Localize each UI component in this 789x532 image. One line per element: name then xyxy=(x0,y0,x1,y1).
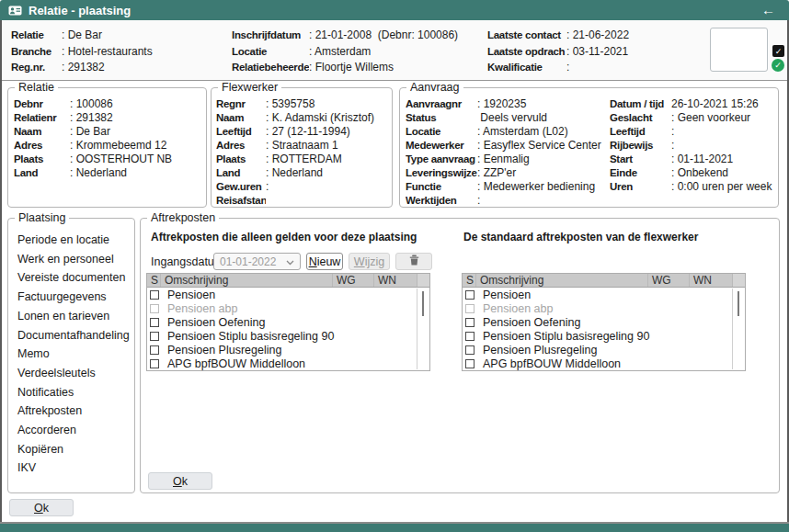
row-checkbox[interactable] xyxy=(465,290,475,300)
row-checkbox[interactable] xyxy=(150,318,159,327)
field-value: : Nederland xyxy=(266,166,323,180)
delete-button[interactable] xyxy=(395,253,432,270)
vertical-scrollbar[interactable] xyxy=(732,289,744,369)
field-label: Regnr xyxy=(216,97,266,111)
aftrekposten-ok-button[interactable]: Ok xyxy=(148,472,212,490)
relatie-plaatsing-window: Relatie - plaatsing ← Relatie: De Bar Br… xyxy=(0,0,789,532)
row-label: Pensioen Stiplu basisregeling 90 xyxy=(159,330,334,343)
field-label: Plaats xyxy=(216,153,266,166)
ok-button-label: Ok xyxy=(173,475,188,488)
field-value: : Onbekend xyxy=(671,166,728,180)
status-ok-icon[interactable]: ✓ xyxy=(772,59,784,72)
field-label: Debnr xyxy=(14,97,70,111)
menu-item-periode-en-locatie[interactable]: Periode en locatie xyxy=(17,231,134,250)
row-checkbox[interactable] xyxy=(150,304,159,313)
row-checkbox[interactable] xyxy=(465,332,475,341)
field-value: : Floortje Willems xyxy=(309,60,394,76)
row-checkbox[interactable] xyxy=(465,359,475,368)
table-row[interactable]: Pensioen abp xyxy=(463,301,745,315)
table-row[interactable]: Pensioen Plusregeling xyxy=(463,343,745,357)
menu-item-ikv[interactable]: IKV xyxy=(17,458,134,478)
table-row[interactable]: Pensioen Stiplu basisregeling 90 xyxy=(147,329,429,343)
field-value: : Amsterdam xyxy=(309,44,371,61)
row-checkbox[interactable] xyxy=(150,332,159,341)
field-label: Rijbewijs xyxy=(610,139,671,153)
menu-item-lonen-en-tarieven[interactable]: Lonen en tarieven xyxy=(17,307,134,326)
nieuw-button[interactable]: Nieuw xyxy=(306,253,343,270)
menu-item-vereiste-documenten[interactable]: Vereiste documenten xyxy=(17,268,134,288)
row-checkbox[interactable] xyxy=(465,304,475,313)
scrollbar-thumb[interactable] xyxy=(738,291,739,316)
window-ok-button[interactable]: Ok xyxy=(9,499,74,516)
table-row[interactable]: Pensioen Stiplu basisregeling 90 xyxy=(463,329,745,343)
field-label: Land xyxy=(216,166,266,180)
menu-item-verdeelsleutels[interactable]: Verdeelsleutels xyxy=(17,364,134,383)
menu-item-memo[interactable]: Memo xyxy=(17,345,134,364)
field-value: : 100086 xyxy=(70,97,113,111)
aanvraag-panel: Aanvraag Aanvraagnr: 1920235 Status Deel… xyxy=(399,87,779,208)
table-row[interactable]: Pensioen xyxy=(147,288,429,301)
contact-card-icon xyxy=(8,6,22,16)
wijzig-button-label: Wijzig xyxy=(354,255,384,268)
field-value: : Amsterdam (L02) xyxy=(477,125,568,139)
field-label: Inschrijfdatum xyxy=(232,28,309,44)
field-value: : xyxy=(671,125,674,139)
table-row[interactable]: APG bpfBOUW Middelloon xyxy=(463,357,745,370)
plaatsing-menu: Periode en locatie Werk en personeel Ver… xyxy=(8,219,134,478)
field-label: Leeftijd xyxy=(216,125,266,139)
field-label: Relatie xyxy=(11,28,62,44)
menu-item-kopieren[interactable]: Kopiëren xyxy=(17,440,134,459)
field-label: Locatie xyxy=(232,44,309,61)
field-value: : 21-06-2022 xyxy=(566,28,629,44)
menu-item-notificaties[interactable]: Notificaties xyxy=(17,383,134,402)
menu-item-factuurgegevens[interactable]: Factuurgegevens xyxy=(17,288,134,307)
field-label: Gew.uren xyxy=(216,180,266,194)
window-title: Relatie - plaatsing xyxy=(29,4,131,17)
back-arrow-icon[interactable]: ← xyxy=(761,2,775,17)
row-checkbox[interactable] xyxy=(465,345,475,355)
vertical-scrollbar[interactable] xyxy=(417,289,429,369)
bottom-accent-bar xyxy=(0,524,789,532)
field-label: Land xyxy=(14,166,70,180)
ingangsdatum-select[interactable]: 01-01-2022 xyxy=(213,253,301,270)
wijzig-button[interactable]: Wijzig xyxy=(349,253,390,270)
field-value: : ZZP'er xyxy=(477,166,516,180)
field-label: Reg.nr. xyxy=(11,60,62,76)
table-row[interactable]: Pensioen Plusregeling xyxy=(147,343,429,357)
field-label: Adres xyxy=(14,139,70,153)
relatie-panel: Relatie Debnr: 100086 Relatienr: 291382 … xyxy=(7,87,207,208)
scrollbar-thumb[interactable] xyxy=(422,291,424,316)
menu-item-werk-en-personeel[interactable]: Werk en personeel xyxy=(17,250,134,269)
row-checkbox[interactable] xyxy=(150,359,159,368)
field-label: Start xyxy=(610,153,671,166)
table-row[interactable]: Pensioen abp xyxy=(147,301,429,315)
field-value: : 03-11-2021 xyxy=(566,44,628,61)
panel-title: Aftrekposten xyxy=(147,212,219,224)
column-header-wn: WN xyxy=(374,274,417,287)
field-label: Functie xyxy=(406,180,477,194)
window-border-left xyxy=(0,20,2,524)
table-row[interactable]: Pensioen Oefening xyxy=(463,315,745,329)
row-checkbox[interactable] xyxy=(150,290,159,300)
column-header-wg: WG xyxy=(333,274,374,287)
table-row[interactable]: Pensioen xyxy=(463,288,745,301)
menu-item-aftrekposten[interactable]: Aftrekposten xyxy=(17,402,134,421)
field-value: Deels vervuld xyxy=(477,111,547,125)
panel-title: Aanvraag xyxy=(406,82,463,94)
column-header-scroll-corner xyxy=(733,274,745,287)
row-label: APG bpfBOUW Middelloon xyxy=(159,357,305,370)
table-row[interactable]: Pensioen Oefening xyxy=(147,315,429,329)
row-label: Pensioen Plusregeling xyxy=(159,344,281,357)
field-label: Laatste opdrach xyxy=(487,44,566,61)
menu-item-documentafhandeling[interactable]: Documentafhandeling xyxy=(17,326,134,345)
row-checkbox[interactable] xyxy=(150,345,159,355)
row-checkbox[interactable] xyxy=(465,318,475,327)
field-label: Aanvraagnr xyxy=(406,97,477,111)
menu-item-accorderen[interactable]: Accorderen xyxy=(17,421,134,440)
field-value: : Geen voorkeur xyxy=(671,111,750,125)
table-row[interactable]: APG bpfBOUW Middelloon xyxy=(147,357,429,370)
column-header-wg: WG xyxy=(648,274,690,287)
header-checkbox[interactable]: ✓ xyxy=(772,45,784,57)
relation-header: Relatie: De Bar Branche: Hotel-restauran… xyxy=(2,20,787,81)
placement-deductions-heading: Aftrekposten die alleen gelden voor deze… xyxy=(151,231,417,243)
